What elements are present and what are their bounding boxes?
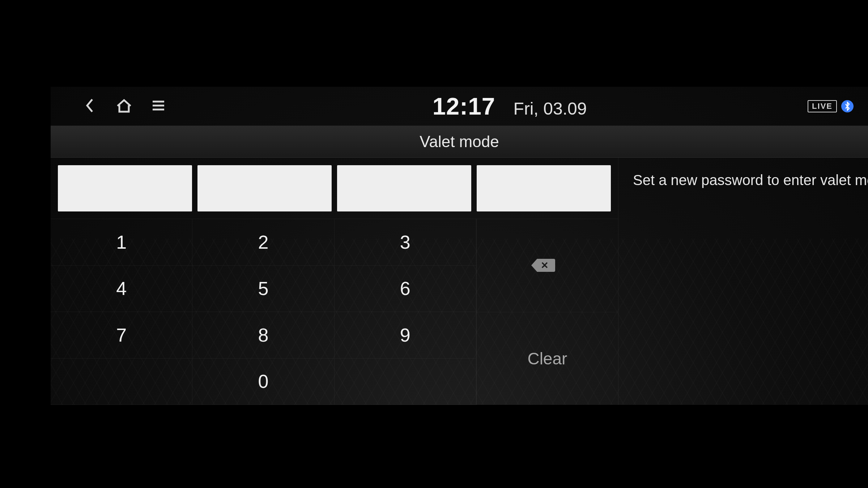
key-blank-right [335,359,476,405]
key-9[interactable]: 9 [335,312,476,359]
date: Fri, 03.09 [514,99,587,119]
backspace-icon: ✕ [531,257,564,273]
entry-panel: 1 2 3 ✕ Clear 4 5 6 7 8 9 [51,158,618,405]
bluetooth-icon [841,100,854,112]
key-blank-left [51,359,192,405]
menu-button[interactable] [141,87,175,126]
key-5[interactable]: 5 [192,266,334,312]
home-icon [115,98,133,115]
clock: 12:17 [433,93,495,120]
backspace-button[interactable]: ✕ [477,219,618,312]
home-button[interactable] [107,87,141,126]
pin-digit-3 [337,165,471,211]
hamburger-icon [151,99,166,113]
back-button[interactable] [72,87,107,126]
chevron-left-icon [84,97,96,115]
status-bar: 12:17 Fri, 03.09 LIVE [51,87,868,126]
main-area: 1 2 3 ✕ Clear 4 5 6 7 8 9 [51,158,868,405]
pin-digit-2 [197,165,332,211]
live-badge: LIVE [808,100,837,112]
key-1[interactable]: 1 [51,219,192,266]
clear-button[interactable]: Clear [477,312,618,405]
keypad-actions: ✕ Clear [476,219,618,405]
numeric-keypad: 1 2 3 ✕ Clear 4 5 6 7 8 9 [51,219,618,405]
pin-display [51,158,618,219]
key-7[interactable]: 7 [51,312,192,359]
key-2[interactable]: 2 [192,219,334,266]
key-3[interactable]: 3 [335,219,476,266]
key-0[interactable]: 0 [192,359,334,405]
pin-digit-4 [477,165,611,211]
infotainment-screen: 12:17 Fri, 03.09 LIVE Valet mode 1 2 3 [51,87,868,405]
instruction-panel: Set a new password to enter valet mode [618,158,868,405]
instruction-text: Set a new password to enter valet mode [633,172,864,188]
key-8[interactable]: 8 [192,312,334,359]
pin-digit-1 [58,165,192,211]
status-right: LIVE [808,100,854,112]
key-6[interactable]: 6 [335,266,476,312]
page-title: Valet mode [51,126,868,158]
status-center: 12:17 Fri, 03.09 [175,93,808,120]
key-4[interactable]: 4 [51,266,192,312]
